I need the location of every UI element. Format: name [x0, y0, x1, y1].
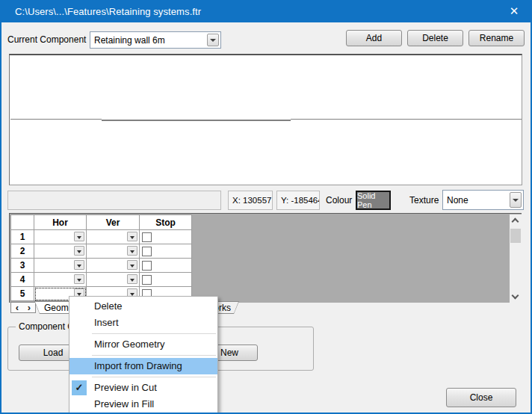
chevron-down-icon[interactable]	[74, 260, 84, 270]
close-button[interactable]: Close	[446, 388, 516, 407]
ver-cell[interactable]	[87, 244, 140, 259]
y-coordinate-field: Y: -185464	[276, 191, 320, 210]
geometry-grid: Hor Ver Stop 1 2 3	[10, 214, 192, 301]
chevron-down-icon[interactable]	[74, 232, 84, 241]
scrollbar-thumb[interactable]	[510, 229, 521, 243]
tab-scroller[interactable]: ‹ ›	[10, 302, 36, 313]
texture-value: None	[447, 195, 468, 206]
x-coordinate-field: X: 130557:	[228, 191, 273, 210]
scroll-down-button[interactable]	[510, 291, 522, 303]
title-bar: C:\Users\...\Features\Retaining systems.…	[0, 0, 532, 22]
chevron-down-icon[interactable]	[207, 34, 219, 46]
chevron-down-icon[interactable]	[127, 232, 137, 241]
ver-column-header: Ver	[87, 215, 140, 230]
menu-item-mirror-geometry[interactable]: Mirror Geometry	[69, 336, 217, 353]
tab-scroll-right-icon[interactable]: ›	[28, 303, 31, 312]
scroll-up-button[interactable]	[510, 214, 522, 226]
rename-button[interactable]: Rename	[468, 30, 525, 46]
grid-row: 1	[11, 230, 192, 244]
hor-column-header: Hor	[34, 215, 87, 230]
row-number: 3	[11, 259, 34, 273]
grid-corner-cell	[11, 215, 34, 230]
menu-item-insert[interactable]: Insert	[69, 315, 217, 331]
check-icon: ✓	[72, 380, 87, 395]
hor-cell[interactable]	[34, 230, 87, 244]
stop-cell[interactable]	[140, 259, 192, 273]
row-number: 2	[11, 244, 34, 259]
stop-checkbox[interactable]	[142, 247, 152, 256]
hor-cell[interactable]	[34, 259, 87, 273]
menu-item-delete[interactable]: Delete	[69, 298, 217, 315]
chevron-down-icon[interactable]	[74, 246, 84, 256]
profile-line-segment	[291, 119, 522, 120]
profile-line-segment	[10, 119, 102, 120]
tab-scroll-left-icon[interactable]: ‹	[16, 303, 19, 312]
stop-cell[interactable]	[140, 230, 192, 244]
chevron-down-icon	[512, 292, 519, 300]
stop-column-header: Stop	[140, 215, 192, 230]
current-component-value: Retaining wall 6m	[94, 35, 165, 46]
delete-button[interactable]: Delete	[407, 30, 463, 46]
hor-cell[interactable]	[34, 273, 87, 287]
current-component-label: Current Component	[7, 34, 86, 45]
texture-combobox[interactable]: None	[442, 190, 524, 210]
geometry-preview-canvas[interactable]	[9, 54, 522, 185]
close-icon[interactable]: ✕	[505, 3, 523, 19]
chevron-down-icon[interactable]	[74, 274, 84, 284]
dialog-window: C:\Users\...\Features\Retaining systems.…	[0, 0, 532, 414]
menu-separator	[92, 377, 216, 377]
vertical-scrollbar[interactable]	[510, 214, 522, 303]
stop-cell[interactable]	[140, 244, 192, 259]
window-title: C:\Users\...\Features\Retaining systems.…	[15, 6, 201, 17]
chevron-up-icon	[512, 218, 519, 226]
menu-item-preview-in-cut-label: Preview in Cut	[94, 382, 157, 393]
chevron-down-icon[interactable]	[510, 192, 522, 208]
grid-header-row: Hor Ver Stop	[11, 215, 192, 230]
row-number: 4	[11, 273, 34, 287]
row-number: 5	[11, 287, 34, 301]
stop-checkbox[interactable]	[142, 275, 152, 285]
ver-cell[interactable]	[87, 273, 140, 287]
menu-item-preview-in-fill[interactable]: Preview in Fill	[69, 396, 217, 413]
stop-cell[interactable]	[140, 273, 192, 287]
chevron-down-icon[interactable]	[127, 260, 137, 270]
pen-style-button[interactable]: Solid Pen	[356, 191, 391, 210]
chevron-down-icon[interactable]	[127, 274, 137, 284]
menu-item-preview-in-cut[interactable]: ✓Preview in Cut	[69, 380, 217, 396]
colour-label: Colour	[326, 195, 352, 206]
menu-separator	[92, 355, 216, 356]
texture-label: Texture	[409, 195, 439, 206]
menu-item-import-from-drawing[interactable]: Import from Drawing	[69, 358, 217, 374]
ver-cell[interactable]	[87, 259, 140, 273]
grid-row: 3	[11, 259, 192, 273]
chevron-down-icon[interactable]	[127, 246, 137, 256]
geometry-grid-panel: Hor Ver Stop 1 2 3	[9, 213, 522, 303]
add-button[interactable]: Add	[346, 30, 402, 46]
context-menu: Delete Insert Mirror Geometry Import fro…	[69, 296, 218, 413]
grid-row: 4	[11, 273, 192, 287]
grid-row: 2	[11, 244, 192, 259]
stop-checkbox[interactable]	[142, 232, 152, 242]
profile-line-segment	[102, 120, 291, 121]
menu-separator	[92, 333, 216, 334]
info-field	[7, 191, 221, 210]
ver-cell[interactable]	[87, 230, 140, 244]
stop-checkbox[interactable]	[142, 261, 152, 271]
row-number: 1	[11, 230, 34, 244]
hor-cell[interactable]	[34, 244, 87, 259]
current-component-combobox[interactable]: Retaining wall 6m	[90, 31, 221, 49]
